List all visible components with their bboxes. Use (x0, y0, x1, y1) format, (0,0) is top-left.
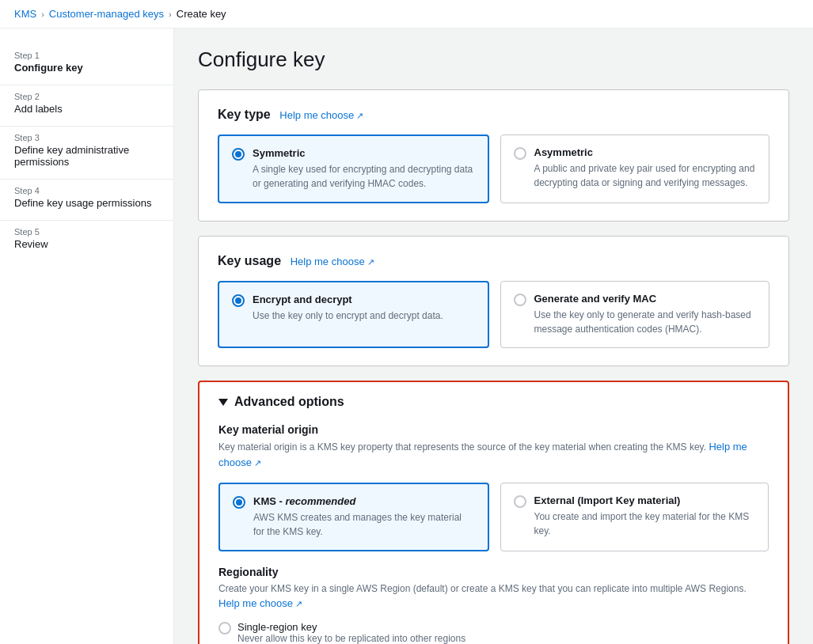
breadcrumb-sep-2: › (169, 9, 172, 19)
external-option[interactable]: External (Import Key material) You creat… (500, 483, 769, 551)
key-usage-generate-verify-mac[interactable]: Generate and verify MAC Use the key only… (500, 281, 770, 348)
key-type-symmetric[interactable]: Symmetric A single key used for encrypti… (218, 134, 489, 203)
kms-recommended-suffix: - recommended (279, 495, 356, 507)
asymmetric-radio (514, 147, 526, 160)
sidebar-step-1: Step 1 Configure key (0, 44, 173, 85)
generate-verify-mac-title: Generate and verify MAC (534, 293, 757, 305)
symmetric-content: Symmetric A single key used for encrypti… (253, 147, 475, 191)
encrypt-decrypt-radio (232, 294, 245, 307)
key-usage-help-link[interactable]: Help me choose (291, 256, 374, 267)
symmetric-title: Symmetric (253, 147, 475, 159)
kms-desc: AWS KMS creates and manages the key mate… (253, 510, 475, 539)
step-1-label: Configure key (14, 62, 159, 74)
step-3-num: Step 3 (14, 133, 159, 142)
sidebar-step-2: Step 2 Add labels (0, 85, 173, 127)
sidebar-step-4: Step 4 Define key usage permissions (0, 180, 173, 221)
symmetric-desc: A single key used for encrypting and dec… (253, 162, 475, 191)
advanced-options-section: Advanced options Key material origin Key… (198, 381, 789, 644)
key-usage-options: Encrypt and decrypt Use the key only to … (218, 281, 769, 348)
breadcrumb-sep-1: › (41, 9, 44, 19)
regionality-title: Regionality (218, 566, 769, 578)
step-4-label: Define key usage permissions (14, 197, 159, 209)
encrypt-decrypt-content: Encrypt and decrypt Use the key only to … (253, 294, 443, 323)
key-type-asymmetric[interactable]: Asymmetric A public and private key pair… (500, 134, 770, 203)
page-title: Configure key (198, 47, 789, 72)
step-5-label: Review (14, 238, 159, 250)
step-1-num: Step 1 (14, 51, 159, 60)
encrypt-decrypt-title: Encrypt and decrypt (253, 294, 443, 305)
breadcrumb-kms[interactable]: KMS (14, 8, 36, 20)
sidebar-step-5: Step 5 Review (0, 221, 173, 261)
single-region-desc: Never allow this key to be replicated in… (237, 633, 465, 644)
step-2-label: Add labels (14, 103, 159, 115)
regionality-help-link[interactable]: Help me choose (218, 597, 302, 609)
generate-verify-mac-desc: Use the key only to generate and verify … (534, 308, 757, 336)
key-usage-encrypt-decrypt[interactable]: Encrypt and decrypt Use the key only to … (218, 281, 489, 348)
regionality-desc: Create your KMS key in a single AWS Regi… (218, 581, 769, 612)
main-content: Configure key Key type Help me choose Sy… (174, 28, 813, 644)
single-region-option[interactable]: Single-region key Never allow this key t… (218, 621, 769, 644)
external-radio (514, 495, 526, 508)
key-material-origin-section: Key material origin Key material origin … (218, 423, 769, 551)
encrypt-decrypt-desc: Use the key only to encrypt and decrypt … (253, 309, 443, 323)
key-usage-title: Key usage (218, 254, 281, 267)
regionality-section: Regionality Create your KMS key in a sin… (218, 566, 769, 644)
step-3-label: Define key administrative permissions (14, 144, 159, 168)
kms-title: KMS - recommended (253, 495, 475, 507)
kms-recommended-option[interactable]: KMS - recommended AWS KMS creates and ma… (218, 483, 489, 551)
external-title: External (Import Key material) (534, 494, 756, 506)
sidebar-step-3: Step 3 Define key administrative permiss… (0, 127, 173, 180)
step-4-num: Step 4 (14, 186, 159, 195)
single-region-radio (218, 622, 231, 635)
step-5-num: Step 5 (14, 227, 159, 237)
asymmetric-desc: A public and private key pair used for e… (534, 161, 757, 190)
key-type-card: Key type Help me choose Symmetric A sing… (198, 89, 789, 222)
kms-content: KMS - recommended AWS KMS creates and ma… (253, 495, 475, 539)
advanced-options-header: Advanced options (218, 395, 769, 409)
key-material-origin-title: Key material origin (218, 423, 769, 436)
breadcrumb-customer-managed-keys[interactable]: Customer-managed keys (49, 8, 164, 20)
key-type-title: Key type (218, 108, 271, 121)
asymmetric-title: Asymmetric (534, 146, 757, 158)
external-desc: You create and import the key material f… (534, 510, 756, 538)
key-usage-card: Key usage Help me choose Encrypt and dec… (198, 236, 789, 366)
expand-icon (218, 399, 228, 406)
breadcrumb-create-key: Create key (177, 8, 226, 20)
key-material-origin-desc: Key material origin is a KMS key propert… (218, 439, 769, 470)
key-type-help-link[interactable]: Help me choose (279, 109, 363, 121)
symmetric-radio (232, 148, 245, 161)
key-material-options: KMS - recommended AWS KMS creates and ma… (218, 483, 769, 551)
step-2-num: Step 2 (14, 92, 159, 101)
kms-radio (233, 496, 245, 509)
single-region-labels: Single-region key Never allow this key t… (237, 621, 465, 644)
single-region-label: Single-region key (237, 621, 465, 633)
breadcrumb: KMS › Customer-managed keys › Create key (0, 0, 813, 28)
advanced-options-title: Advanced options (234, 395, 344, 409)
generate-verify-mac-content: Generate and verify MAC Use the key only… (534, 293, 757, 336)
external-content: External (Import Key material) You creat… (534, 494, 756, 538)
generate-verify-mac-radio (514, 294, 526, 306)
key-type-options: Symmetric A single key used for encrypti… (218, 134, 769, 203)
sidebar: Step 1 Configure key Step 2 Add labels S… (0, 28, 174, 644)
asymmetric-content: Asymmetric A public and private key pair… (534, 146, 757, 190)
